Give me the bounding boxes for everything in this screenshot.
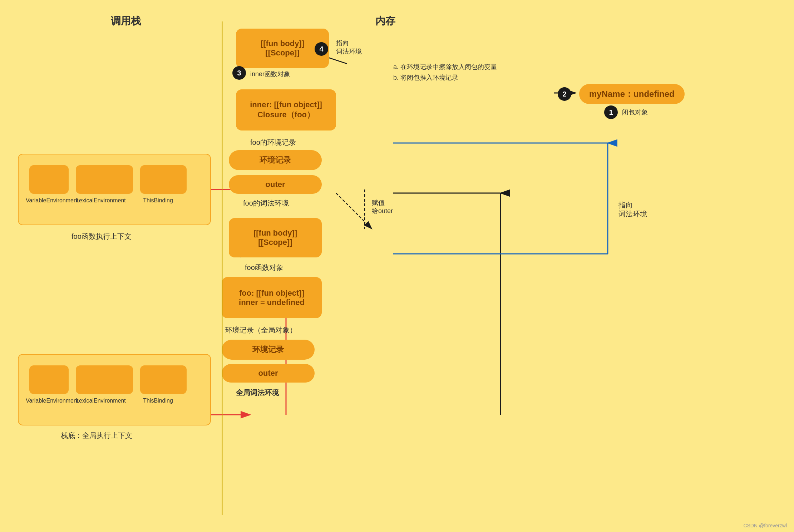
le-box-bottom <box>76 365 133 394</box>
circle-4: 4 <box>315 42 328 56</box>
env-record-box-2: 环境记录 <box>222 340 315 360</box>
scope-text-1: [[Scope]] <box>265 48 299 58</box>
le-box-top <box>76 165 133 194</box>
closure-obj-label: 闭包对象 <box>622 108 648 117</box>
myname-box: myName：undefined <box>579 84 685 104</box>
stack-bottom-label: 栈底：全局执行上下文 <box>61 431 132 440</box>
env-record-box-1: 环境记录 <box>229 150 322 170</box>
call-stack-title: 调用栈 <box>111 14 141 28</box>
myname-text: myName：undefined <box>589 89 675 99</box>
le-label-bottom: LexicalEnvironment <box>72 398 129 404</box>
foo-env-record-label: foo的环境记录 <box>250 138 296 147</box>
fun-body-text-2: [[fun body]] <box>253 228 297 238</box>
fun-body-text-1: [[fun body]] <box>261 39 304 48</box>
foo-exec-ctx-label: foo函数执行上下文 <box>71 232 132 241</box>
svg-line-12 <box>336 193 372 229</box>
cifajh-label: 词法环境 <box>336 47 362 56</box>
scope-text-2: [[Scope]] <box>258 238 292 247</box>
foo-lexical-env-label: foo的词法环境 <box>243 198 289 208</box>
geiouter-label: 给outer <box>372 207 393 215</box>
inner-undefined-text: inner = undefined <box>239 298 305 307</box>
outer-text-2: outer <box>258 369 278 378</box>
global-lexical-env-label: 全局词法环境 <box>236 388 279 398</box>
env-record-text-2: 环境记录 <box>252 344 284 355</box>
cifajh2-label: 词法环境 <box>618 209 647 219</box>
tb-box-bottom <box>140 365 187 394</box>
divider <box>222 21 223 515</box>
circle-2: 2 <box>558 87 571 101</box>
fun-body-scope-box-2: [[fun body]] [[Scope]] <box>229 218 322 257</box>
outer-text-1: outer <box>266 180 285 189</box>
env-record-text-1: 环境记录 <box>260 155 291 166</box>
ve-label-top: VariableEnvironment <box>26 197 69 204</box>
watermark: CSDN @foreverzwl <box>743 523 787 528</box>
foo-exec-context-box: VariableEnvironment LexicalEnvironment T… <box>18 154 211 225</box>
closure-foo-text: Closure（foo） <box>257 109 315 120</box>
zhifeng-label: 指向 <box>336 39 349 47</box>
inner-func-obj-label: inner函数对象 <box>250 70 290 78</box>
foo-inner-box: foo: [[fun object]] inner = undefined <box>222 277 322 318</box>
le-label-top: LexicalEnvironment <box>72 197 129 204</box>
note-b: b. 将闭包推入环境记录 <box>393 73 458 82</box>
inner-fun-obj-text: inner: [[fun object]] <box>250 100 322 109</box>
inner-closure-box: inner: [[fun object]] Closure（foo） <box>236 89 336 130</box>
note-a: a. 在环境记录中擦除放入闭包的变量 <box>393 63 497 71</box>
tb-label-bottom: ThisBinding <box>133 398 183 404</box>
ve-box-bottom <box>29 365 69 394</box>
tb-box-top <box>140 165 187 194</box>
ve-label-bottom: VariableEnvironment <box>26 398 69 404</box>
foo-func-obj-label: foo函数对象 <box>245 263 283 272</box>
outer-box-1: outer <box>229 175 322 194</box>
env-record-global-label: 环境记录（全局对象） <box>225 325 297 335</box>
circle-3: 3 <box>232 66 246 80</box>
zhifeng2-label: 指向 <box>618 200 633 210</box>
global-exec-context-box: VariableEnvironment LexicalEnvironment T… <box>18 354 211 425</box>
ve-box-top <box>29 165 69 194</box>
tb-label-top: ThisBinding <box>133 197 183 204</box>
foo-fun-obj-text: foo: [[fun object]] <box>239 289 304 298</box>
fuzhigei-label: 赋值 <box>372 198 385 207</box>
memory-title: 内存 <box>375 14 395 28</box>
circle-1: 1 <box>604 105 618 119</box>
outer-box-2: outer <box>222 364 315 383</box>
